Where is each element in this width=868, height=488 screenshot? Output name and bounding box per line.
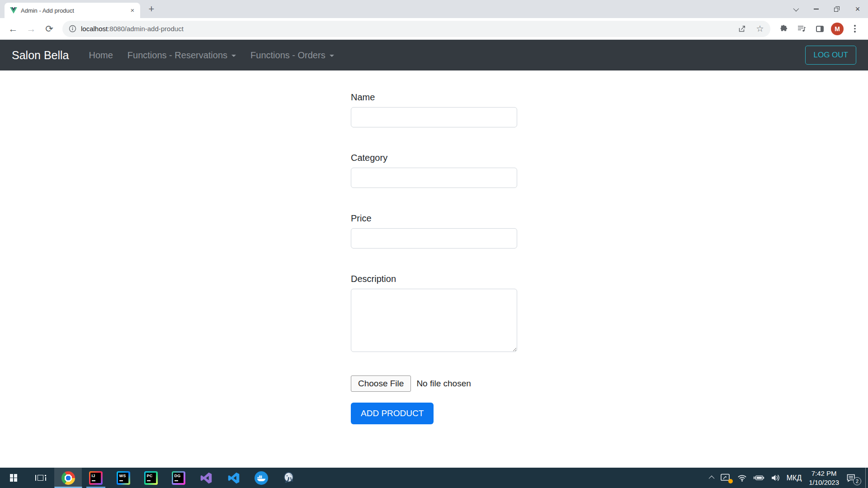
task-view-button[interactable] [27, 468, 54, 488]
taskbar-app-vscode[interactable] [220, 468, 247, 488]
notification-dot [728, 479, 733, 483]
caret-down-icon [330, 55, 334, 57]
app-navbar: Salon Bella Home Functions - Reservation… [0, 40, 868, 70]
side-panel-icon[interactable] [811, 20, 828, 38]
log-out-button[interactable]: LOG OUT [805, 46, 856, 65]
vscode-icon [227, 472, 240, 484]
new-tab-button[interactable]: + [145, 3, 158, 16]
visual-studio-icon [200, 472, 212, 484]
battery-icon[interactable] [750, 468, 768, 488]
taskbar-app-webstorm[interactable]: WS [109, 468, 137, 488]
system-tray: МКД 7:42 PM 1/10/2023 2 [707, 468, 868, 488]
address-bar[interactable]: localhost:8080/admin-add-product ☆ [62, 21, 770, 37]
tab-search-button[interactable] [785, 0, 806, 18]
chrome-icon [61, 471, 75, 485]
webstorm-icon: WS [117, 471, 130, 485]
category-input[interactable] [351, 168, 517, 188]
intellij-icon: IJ [89, 471, 103, 485]
taskbar-app-docker[interactable] [247, 468, 275, 488]
datagrip-icon: DG [172, 471, 185, 485]
close-window-button[interactable]: × [847, 0, 868, 18]
notification-count-badge: 2 [853, 477, 861, 485]
page-content: Name Category Price Description Choose F… [0, 70, 868, 468]
browser-menu-icon[interactable] [846, 20, 863, 38]
name-label: Name [351, 92, 517, 103]
screen: Admin - Add product × + × ← → ⟳ [0, 0, 868, 488]
pycharm-icon: PC [144, 471, 158, 485]
nav-link-functions-orders[interactable]: Functions - Orders [244, 47, 340, 63]
window-controls: × [785, 0, 868, 18]
name-field-group: Name [351, 92, 517, 127]
url-host: localhost [81, 25, 108, 33]
clock-time: 7:42 PM [811, 469, 837, 477]
nav-link-functions-reservations[interactable]: Functions - Reservations [121, 47, 242, 63]
name-input[interactable] [351, 107, 517, 127]
bookmark-star-icon[interactable]: ☆ [753, 22, 767, 36]
file-upload-row: Choose File No file chosen [351, 375, 517, 392]
profile-avatar[interactable]: M [831, 23, 844, 35]
add-product-form: Name Category Price Description Choose F… [351, 92, 517, 424]
back-button[interactable]: ← [5, 20, 22, 38]
chevron-down-icon [793, 5, 799, 11]
start-button[interactable] [0, 468, 27, 488]
price-label: Price [351, 213, 517, 224]
forward-button[interactable]: → [23, 20, 40, 38]
brand-logo[interactable]: Salon Bella [12, 49, 69, 62]
postgresql-icon [283, 472, 295, 484]
taskbar-app-visual-studio[interactable] [192, 468, 220, 488]
tray-display-app[interactable] [717, 468, 734, 488]
url-path: :8080/admin-add-product [108, 25, 184, 33]
caret-down-icon [231, 55, 236, 57]
keyboard-layout-indicator[interactable]: МКД [783, 468, 805, 488]
taskbar-app-datagrip[interactable]: DG [165, 468, 192, 488]
price-field-group: Price [351, 213, 517, 249]
minimize-icon [814, 9, 819, 9]
taskbar-app-pycharm[interactable]: PC [137, 468, 165, 488]
choose-file-button[interactable]: Choose File [351, 375, 411, 392]
clock-date: 1/10/2023 [809, 479, 839, 486]
tab-title: Admin - Add product [21, 7, 125, 14]
browser-tabstrip: Admin - Add product × + × [0, 0, 868, 18]
add-product-button[interactable]: ADD PRODUCT [351, 403, 434, 424]
tray-expand-button[interactable] [707, 468, 717, 488]
browser-toolbar: ← → ⟳ localhost:8080/admin-add-product [0, 18, 868, 40]
action-center-button[interactable]: 2 [843, 468, 862, 488]
description-label: Description [351, 274, 517, 284]
taskbar-app-postgresql[interactable] [275, 468, 302, 488]
taskbar-app-intellij[interactable]: IJ [82, 468, 109, 488]
minimize-button[interactable] [806, 0, 826, 18]
nav-link-home[interactable]: Home [82, 47, 119, 63]
wifi-icon[interactable] [734, 468, 750, 488]
vue-favicon-icon [10, 7, 17, 14]
file-status-text: No file chosen [416, 379, 471, 389]
description-field-group: Description [351, 274, 517, 354]
restore-icon [834, 6, 840, 12]
site-info-icon[interactable] [69, 25, 76, 33]
share-button[interactable] [735, 22, 749, 36]
reload-button[interactable]: ⟳ [41, 20, 58, 38]
category-label: Category [351, 153, 517, 163]
taskbar-app-chrome[interactable] [54, 468, 82, 488]
task-view-icon [35, 475, 46, 481]
tab-close-icon[interactable]: × [128, 6, 137, 14]
windows-logo-icon [10, 474, 18, 482]
media-controls-icon[interactable] [793, 20, 810, 38]
description-textarea[interactable] [351, 289, 517, 352]
url-text[interactable]: localhost:8080/admin-add-product [81, 25, 184, 33]
nav-links: Home Functions - Reservations Functions … [82, 47, 340, 63]
taskbar-clock[interactable]: 7:42 PM 1/10/2023 [805, 468, 843, 488]
show-desktop-button[interactable] [865, 468, 868, 488]
docker-icon [255, 471, 268, 485]
volume-icon[interactable] [768, 468, 783, 488]
extensions-puzzle-icon[interactable] [775, 20, 792, 38]
category-field-group: Category [351, 153, 517, 188]
windows-taskbar: IJ WS PC DG [0, 468, 868, 488]
price-input[interactable] [351, 228, 517, 249]
restore-button[interactable] [826, 0, 847, 18]
chevron-up-icon [709, 476, 715, 482]
browser-tab[interactable]: Admin - Add product × [5, 3, 140, 18]
